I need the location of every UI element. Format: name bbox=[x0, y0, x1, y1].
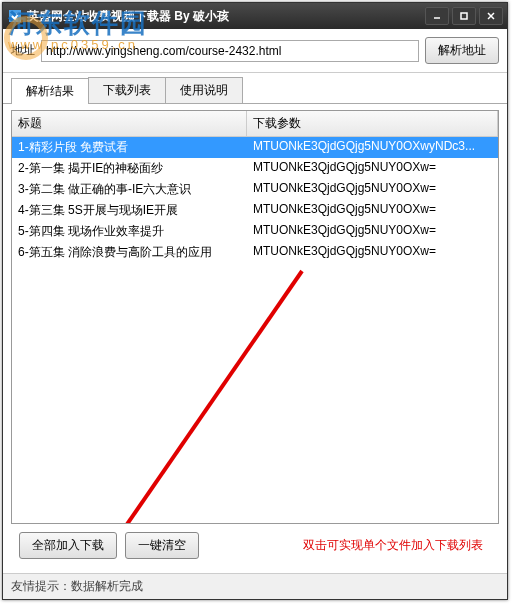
titlebar: 英盛网全站收费视频下载器 By 破小孩 bbox=[3, 3, 507, 29]
maximize-button[interactable] bbox=[452, 7, 476, 25]
window-title: 英盛网全站收费视频下载器 By 破小孩 bbox=[27, 8, 425, 25]
table-row[interactable]: 2-第一集 揭开IE的神秘面纱 MTUONkE3QjdGQjg5NUY0OXw= bbox=[12, 158, 498, 179]
column-title[interactable]: 标题 bbox=[12, 111, 247, 136]
app-icon bbox=[7, 8, 23, 24]
cell-param: MTUONkE3QjdGQjg5NUY0OXwyNDc3... bbox=[247, 137, 498, 158]
cell-title: 6-第五集 消除浪费与高阶工具的应用 bbox=[12, 242, 247, 263]
tab-download-list[interactable]: 下载列表 bbox=[88, 77, 166, 103]
cell-param: MTUONkE3QjdGQjg5NUY0OXw= bbox=[247, 158, 498, 179]
cell-param: MTUONkE3QjdGQjg5NUY0OXw= bbox=[247, 242, 498, 263]
table-row[interactable]: 1-精彩片段 免费试看 MTUONkE3QjdGQjg5NUY0OXwyNDc3… bbox=[12, 137, 498, 158]
content-area: 标题 下载参数 1-精彩片段 免费试看 MTUONkE3QjdGQjg5NUY0… bbox=[3, 104, 507, 573]
list-body: 1-精彩片段 免费试看 MTUONkE3QjdGQjg5NUY0OXwyNDc3… bbox=[12, 137, 498, 263]
address-label: 地址 bbox=[11, 42, 35, 59]
hint-text: 双击可实现单个文件加入下载列表 bbox=[303, 537, 483, 554]
url-input[interactable] bbox=[41, 40, 419, 62]
cell-param: MTUONkE3QjdGQjg5NUY0OXw= bbox=[247, 200, 498, 221]
main-window: 英盛网全站收费视频下载器 By 破小孩 地址 解析地址 解析结果 下载列表 使用… bbox=[2, 2, 508, 600]
cell-title: 5-第四集 现场作业效率提升 bbox=[12, 221, 247, 242]
address-bar: 地址 解析地址 bbox=[3, 29, 507, 73]
cell-title: 1-精彩片段 免费试看 bbox=[12, 137, 247, 158]
tab-strip: 解析结果 下载列表 使用说明 bbox=[3, 73, 507, 104]
annotation-arrow-icon bbox=[92, 261, 322, 524]
result-list: 标题 下载参数 1-精彩片段 免费试看 MTUONkE3QjdGQjg5NUY0… bbox=[11, 110, 499, 524]
cell-param: MTUONkE3QjdGQjg5NUY0OXw= bbox=[247, 221, 498, 242]
tab-instructions[interactable]: 使用说明 bbox=[165, 77, 243, 103]
tab-parse-result[interactable]: 解析结果 bbox=[11, 78, 89, 104]
svg-rect-2 bbox=[461, 13, 467, 19]
column-param[interactable]: 下载参数 bbox=[247, 111, 498, 136]
clear-all-button[interactable]: 一键清空 bbox=[125, 532, 199, 559]
list-header: 标题 下载参数 bbox=[12, 111, 498, 137]
cell-title: 2-第一集 揭开IE的神秘面纱 bbox=[12, 158, 247, 179]
close-button[interactable] bbox=[479, 7, 503, 25]
cell-title: 4-第三集 5S开展与现场IE开展 bbox=[12, 200, 247, 221]
cell-param: MTUONkE3QjdGQjg5NUY0OXw= bbox=[247, 179, 498, 200]
cell-title: 3-第二集 做正确的事-IE六大意识 bbox=[12, 179, 247, 200]
table-row[interactable]: 3-第二集 做正确的事-IE六大意识 MTUONkE3QjdGQjg5NUY0O… bbox=[12, 179, 498, 200]
window-controls bbox=[425, 7, 503, 25]
minimize-button[interactable] bbox=[425, 7, 449, 25]
table-row[interactable]: 4-第三集 5S开展与现场IE开展 MTUONkE3QjdGQjg5NUY0OX… bbox=[12, 200, 498, 221]
table-row[interactable]: 5-第四集 现场作业效率提升 MTUONkE3QjdGQjg5NUY0OXw= bbox=[12, 221, 498, 242]
action-bar: 全部加入下载 一键清空 双击可实现单个文件加入下载列表 bbox=[11, 524, 499, 567]
parse-button[interactable]: 解析地址 bbox=[425, 37, 499, 64]
add-all-button[interactable]: 全部加入下载 bbox=[19, 532, 117, 559]
table-row[interactable]: 6-第五集 消除浪费与高阶工具的应用 MTUONkE3QjdGQjg5NUY0O… bbox=[12, 242, 498, 263]
status-bar: 友情提示：数据解析完成 bbox=[3, 573, 507, 599]
svg-line-5 bbox=[112, 271, 302, 524]
